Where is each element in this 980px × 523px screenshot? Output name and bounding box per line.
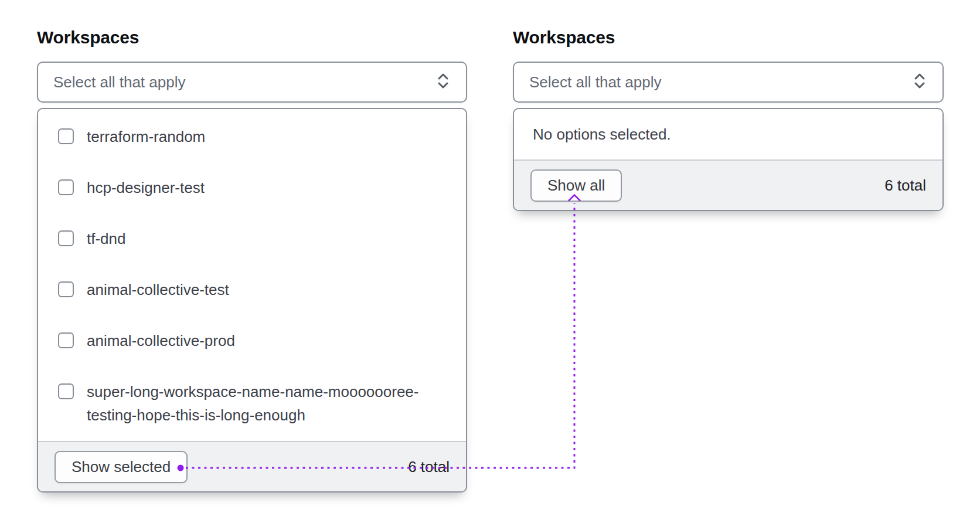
checkbox[interactable] — [58, 128, 74, 144]
workspace-option[interactable]: terraform-random — [58, 125, 451, 148]
option-label: hcp-designer-test — [87, 176, 205, 199]
checkbox[interactable] — [58, 230, 74, 246]
options-list: terraform-random hcp-designer-test tf-dn… — [38, 109, 466, 441]
option-label: super-long-workspace-name-name-moooooore… — [87, 380, 451, 427]
checkbox[interactable] — [58, 281, 74, 297]
checkbox[interactable] — [58, 332, 74, 348]
select-trigger[interactable]: Select all that apply — [513, 62, 944, 103]
checkbox[interactable] — [58, 179, 74, 195]
summary-panel: No options selected. Show all 6 total — [513, 108, 944, 211]
field-label: Workspaces — [37, 27, 467, 48]
options-panel: terraform-random hcp-designer-test tf-dn… — [37, 108, 467, 493]
total-count: 6 total — [884, 176, 926, 195]
empty-state-row: No options selected. — [514, 109, 942, 159]
option-label: tf-dnd — [87, 227, 126, 250]
option-label: animal-collective-test — [87, 278, 229, 301]
show-selected-button[interactable]: Show selected — [55, 451, 188, 483]
workspace-option[interactable]: tf-dnd — [58, 227, 451, 250]
select-trigger[interactable]: Select all that apply — [37, 62, 467, 103]
workspaces-multiselect-empty: Workspaces Select all that apply No opti… — [513, 27, 944, 211]
workspaces-multiselect-open: Workspaces Select all that apply terrafo… — [37, 27, 467, 493]
workspace-option[interactable]: animal-collective-prod — [58, 329, 451, 352]
show-all-button[interactable]: Show all — [530, 169, 622, 202]
workspace-option[interactable]: super-long-workspace-name-name-moooooore… — [58, 380, 451, 427]
summary-panel-footer: Show all 6 total — [514, 159, 942, 210]
select-placeholder: Select all that apply — [529, 73, 661, 91]
checkbox[interactable] — [58, 383, 74, 399]
option-label: animal-collective-prod — [87, 329, 235, 352]
options-panel-footer: Show selected 6 total — [38, 441, 466, 491]
empty-state-text: No options selected. — [533, 125, 671, 144]
workspace-option[interactable]: hcp-designer-test — [58, 176, 451, 199]
total-count: 6 total — [408, 458, 450, 476]
option-label: terraform-random — [87, 125, 205, 148]
select-chevrons-icon — [912, 72, 927, 92]
select-placeholder: Select all that apply — [53, 73, 185, 91]
page: Workspaces Select all that apply terrafo… — [0, 0, 980, 523]
field-label: Workspaces — [513, 27, 944, 48]
select-chevrons-icon — [435, 72, 451, 92]
workspace-option[interactable]: animal-collective-test — [58, 278, 451, 301]
